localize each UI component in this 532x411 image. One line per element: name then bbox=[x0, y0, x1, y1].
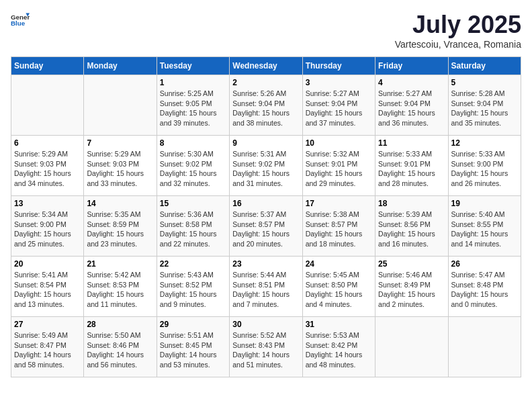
day-info: Sunrise: 5:27 AMSunset: 9:04 PMDaylight:… bbox=[306, 89, 372, 128]
day-number: 3 bbox=[306, 78, 372, 87]
day-info: Sunrise: 5:29 AMSunset: 9:03 PMDaylight:… bbox=[87, 149, 153, 189]
calendar-cell: 14Sunrise: 5:35 AMSunset: 8:59 PMDayligh… bbox=[84, 196, 157, 257]
day-number: 7 bbox=[87, 138, 153, 148]
day-info: Sunrise: 5:50 AMSunset: 8:46 PMDaylight:… bbox=[87, 330, 153, 370]
calendar-cell: 29Sunrise: 5:51 AMSunset: 8:45 PMDayligh… bbox=[157, 317, 229, 377]
day-info: Sunrise: 5:32 AMSunset: 9:01 PMDaylight:… bbox=[306, 149, 372, 189]
day-info: Sunrise: 5:35 AMSunset: 8:59 PMDaylight:… bbox=[87, 210, 153, 249]
svg-text:Blue: Blue bbox=[11, 19, 26, 27]
day-info: Sunrise: 5:33 AMSunset: 9:01 PMDaylight:… bbox=[378, 149, 445, 189]
day-number: 30 bbox=[232, 320, 299, 329]
day-info: Sunrise: 5:29 AMSunset: 9:03 PMDaylight:… bbox=[14, 149, 81, 189]
calendar-week-2: 6Sunrise: 5:29 AMSunset: 9:03 PMDaylight… bbox=[11, 136, 521, 196]
day-info: Sunrise: 5:45 AMSunset: 8:50 PMDaylight:… bbox=[306, 270, 372, 310]
calendar-cell: 7Sunrise: 5:29 AMSunset: 9:03 PMDaylight… bbox=[84, 136, 157, 196]
weekday-header-saturday: Saturday bbox=[448, 57, 521, 75]
calendar-cell: 27Sunrise: 5:49 AMSunset: 8:47 PMDayligh… bbox=[11, 317, 84, 377]
page-header: General Blue July 2025 Vartescoiu, Vranc… bbox=[11, 11, 521, 50]
calendar-cell: 25Sunrise: 5:46 AMSunset: 8:49 PMDayligh… bbox=[375, 257, 448, 317]
calendar-cell: 19Sunrise: 5:40 AMSunset: 8:55 PMDayligh… bbox=[448, 196, 521, 257]
weekday-header-thursday: Thursday bbox=[302, 57, 375, 75]
calendar-week-1: 1Sunrise: 5:25 AMSunset: 9:05 PMDaylight… bbox=[11, 75, 521, 136]
day-number: 17 bbox=[306, 199, 372, 208]
day-info: Sunrise: 5:28 AMSunset: 9:04 PMDaylight:… bbox=[451, 89, 518, 128]
day-info: Sunrise: 5:25 AMSunset: 9:05 PMDaylight:… bbox=[160, 89, 226, 128]
calendar-cell: 20Sunrise: 5:41 AMSunset: 8:54 PMDayligh… bbox=[11, 257, 84, 317]
calendar-cell: 5Sunrise: 5:28 AMSunset: 9:04 PMDaylight… bbox=[448, 75, 521, 136]
calendar-cell: 17Sunrise: 5:38 AMSunset: 8:57 PMDayligh… bbox=[302, 196, 375, 257]
weekday-header-friday: Friday bbox=[375, 57, 448, 75]
subtitle: Vartescoiu, Vrancea, Romania bbox=[395, 39, 521, 50]
calendar-cell: 18Sunrise: 5:39 AMSunset: 8:56 PMDayligh… bbox=[375, 196, 448, 257]
day-number: 15 bbox=[160, 199, 226, 208]
day-number: 5 bbox=[451, 78, 518, 87]
calendar-cell: 3Sunrise: 5:27 AMSunset: 9:04 PMDaylight… bbox=[302, 75, 375, 136]
day-info: Sunrise: 5:38 AMSunset: 8:57 PMDaylight:… bbox=[306, 210, 372, 249]
calendar-cell: 1Sunrise: 5:25 AMSunset: 9:05 PMDaylight… bbox=[157, 75, 229, 136]
calendar-cell: 8Sunrise: 5:30 AMSunset: 9:02 PMDaylight… bbox=[157, 136, 229, 196]
day-number: 24 bbox=[306, 259, 372, 269]
day-number: 11 bbox=[378, 138, 445, 148]
logo-icon: General Blue bbox=[11, 11, 30, 30]
month-title: July 2025 bbox=[395, 11, 521, 39]
calendar-cell: 10Sunrise: 5:32 AMSunset: 9:01 PMDayligh… bbox=[302, 136, 375, 196]
day-number: 29 bbox=[160, 320, 226, 329]
calendar-cell: 4Sunrise: 5:27 AMSunset: 9:04 PMDaylight… bbox=[375, 75, 448, 136]
day-info: Sunrise: 5:26 AMSunset: 9:04 PMDaylight:… bbox=[232, 89, 299, 128]
day-info: Sunrise: 5:52 AMSunset: 8:43 PMDaylight:… bbox=[232, 330, 299, 370]
calendar-week-4: 20Sunrise: 5:41 AMSunset: 8:54 PMDayligh… bbox=[11, 257, 521, 317]
day-info: Sunrise: 5:46 AMSunset: 8:49 PMDaylight:… bbox=[378, 270, 445, 310]
day-number: 9 bbox=[232, 138, 299, 148]
day-number: 22 bbox=[160, 259, 226, 269]
calendar-week-3: 13Sunrise: 5:34 AMSunset: 9:00 PMDayligh… bbox=[11, 196, 521, 257]
day-number: 25 bbox=[378, 259, 445, 269]
title-area: July 2025 Vartescoiu, Vrancea, Romania bbox=[395, 11, 521, 50]
calendar-cell bbox=[11, 75, 84, 136]
day-info: Sunrise: 5:51 AMSunset: 8:45 PMDaylight:… bbox=[160, 330, 226, 370]
day-number: 13 bbox=[14, 199, 81, 208]
weekday-header-tuesday: Tuesday bbox=[157, 57, 229, 75]
day-info: Sunrise: 5:33 AMSunset: 9:00 PMDaylight:… bbox=[451, 149, 518, 189]
day-number: 8 bbox=[160, 138, 226, 148]
calendar-cell: 6Sunrise: 5:29 AMSunset: 9:03 PMDaylight… bbox=[11, 136, 84, 196]
calendar-week-5: 27Sunrise: 5:49 AMSunset: 8:47 PMDayligh… bbox=[11, 317, 521, 377]
calendar-cell bbox=[375, 317, 448, 377]
calendar-table: SundayMondayTuesdayWednesdayThursdayFrid… bbox=[11, 56, 521, 377]
day-number: 18 bbox=[378, 199, 445, 208]
day-info: Sunrise: 5:47 AMSunset: 8:48 PMDaylight:… bbox=[451, 270, 518, 310]
calendar-cell: 31Sunrise: 5:53 AMSunset: 8:42 PMDayligh… bbox=[302, 317, 375, 377]
calendar-cell: 15Sunrise: 5:36 AMSunset: 8:58 PMDayligh… bbox=[157, 196, 229, 257]
weekday-header-row: SundayMondayTuesdayWednesdayThursdayFrid… bbox=[11, 57, 521, 75]
calendar-cell: 26Sunrise: 5:47 AMSunset: 8:48 PMDayligh… bbox=[448, 257, 521, 317]
day-number: 28 bbox=[87, 320, 153, 329]
day-number: 27 bbox=[14, 320, 81, 329]
day-number: 31 bbox=[306, 320, 372, 329]
day-number: 16 bbox=[232, 199, 299, 208]
day-info: Sunrise: 5:36 AMSunset: 8:58 PMDaylight:… bbox=[160, 210, 226, 249]
logo: General Blue bbox=[11, 11, 30, 30]
day-number: 4 bbox=[378, 78, 445, 87]
calendar-cell bbox=[448, 317, 521, 377]
calendar-cell: 30Sunrise: 5:52 AMSunset: 8:43 PMDayligh… bbox=[230, 317, 302, 377]
day-number: 1 bbox=[160, 78, 226, 87]
day-info: Sunrise: 5:44 AMSunset: 8:51 PMDaylight:… bbox=[232, 270, 299, 310]
day-info: Sunrise: 5:40 AMSunset: 8:55 PMDaylight:… bbox=[451, 210, 518, 249]
day-info: Sunrise: 5:37 AMSunset: 8:57 PMDaylight:… bbox=[232, 210, 299, 249]
weekday-header-sunday: Sunday bbox=[11, 57, 84, 75]
day-number: 19 bbox=[451, 199, 518, 208]
day-number: 23 bbox=[232, 259, 299, 269]
calendar-cell: 22Sunrise: 5:43 AMSunset: 8:52 PMDayligh… bbox=[157, 257, 229, 317]
weekday-header-monday: Monday bbox=[84, 57, 157, 75]
day-info: Sunrise: 5:30 AMSunset: 9:02 PMDaylight:… bbox=[160, 149, 226, 189]
day-info: Sunrise: 5:31 AMSunset: 9:02 PMDaylight:… bbox=[232, 149, 299, 189]
calendar-cell: 23Sunrise: 5:44 AMSunset: 8:51 PMDayligh… bbox=[230, 257, 302, 317]
calendar-cell: 11Sunrise: 5:33 AMSunset: 9:01 PMDayligh… bbox=[375, 136, 448, 196]
day-number: 14 bbox=[87, 199, 153, 208]
calendar-cell: 24Sunrise: 5:45 AMSunset: 8:50 PMDayligh… bbox=[302, 257, 375, 317]
calendar-cell: 2Sunrise: 5:26 AMSunset: 9:04 PMDaylight… bbox=[230, 75, 302, 136]
day-info: Sunrise: 5:43 AMSunset: 8:52 PMDaylight:… bbox=[160, 270, 226, 310]
day-info: Sunrise: 5:41 AMSunset: 8:54 PMDaylight:… bbox=[14, 270, 81, 310]
day-number: 10 bbox=[306, 138, 372, 148]
calendar-cell: 12Sunrise: 5:33 AMSunset: 9:00 PMDayligh… bbox=[448, 136, 521, 196]
weekday-header-wednesday: Wednesday bbox=[230, 57, 302, 75]
